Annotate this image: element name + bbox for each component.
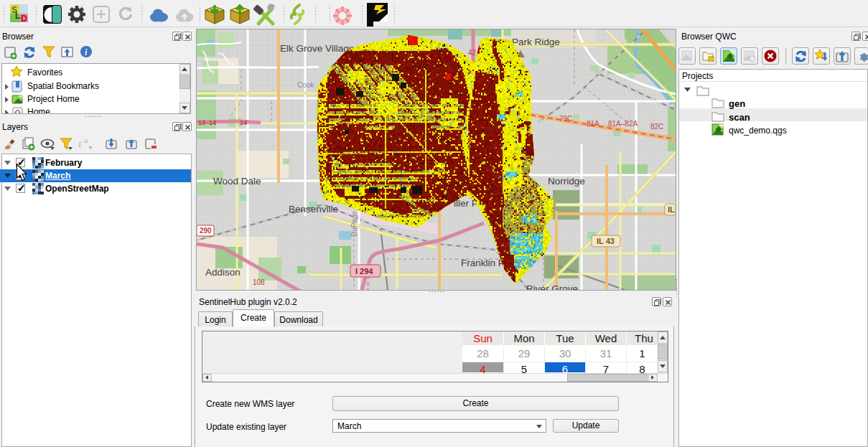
svg-text:scan: scan xyxy=(729,112,750,123)
svg-text:L: L xyxy=(15,11,20,21)
svg-text:qwc_demo.qgs: qwc_demo.qgs xyxy=(729,126,787,136)
svg-text:Spatial Bookmarks: Spatial Bookmarks xyxy=(27,81,99,91)
svg-text:ε: ε xyxy=(78,138,83,149)
svg-text:gen: gen xyxy=(729,98,745,109)
svg-text:Home: Home xyxy=(27,107,50,113)
svg-text:Project Home: Project Home xyxy=(27,94,80,104)
svg-text:Favorites: Favorites xyxy=(27,67,62,77)
svg-text:D: D xyxy=(21,14,27,23)
